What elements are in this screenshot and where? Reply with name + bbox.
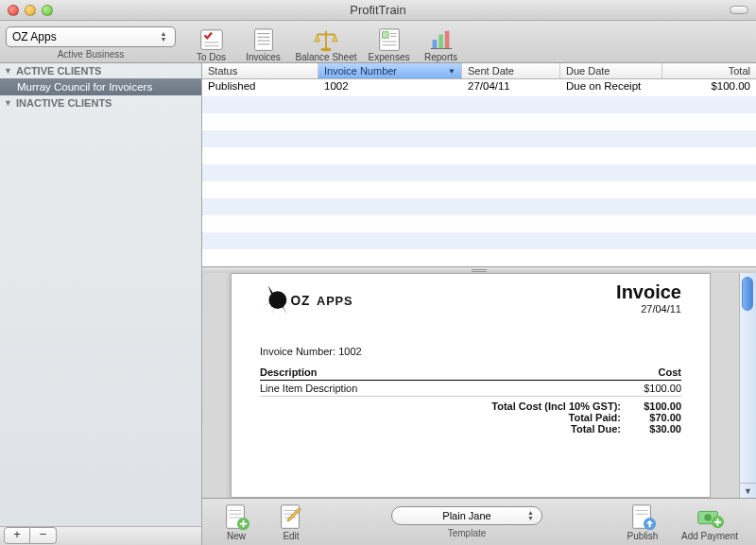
publish-icon [627, 502, 658, 531]
active-business-select[interactable]: OZ Apps ▲▼ [6, 26, 176, 47]
invoice-table: Status Invoice Number ▼ Sent Date Due Da… [202, 63, 756, 267]
expenses-icon [375, 27, 404, 52]
line-item-row: Line Item Description $100.00 [260, 381, 681, 397]
toolbar-toggle-button[interactable] [730, 6, 748, 14]
checklist-icon [198, 27, 226, 52]
svg-rect-3 [254, 29, 272, 51]
template-select-label: Template [448, 528, 487, 538]
active-business-value: OZ Apps [12, 30, 57, 43]
column-header-sent-date[interactable]: Sent Date [462, 63, 560, 78]
toolbar-reports-button[interactable]: Reports [415, 23, 467, 62]
invoice-preview-pane: OZ APPS Invoice 27/04/11 Invoice Number:… [202, 273, 756, 498]
sort-descending-icon: ▼ [448, 67, 455, 76]
line-item-header-cost: Cost [564, 365, 681, 381]
line-item-header-desc: Description [260, 365, 564, 381]
invoice-icon [249, 27, 278, 52]
active-business-label: Active Business [58, 49, 125, 60]
group-title: ACTIVE CLIENTS [16, 65, 101, 77]
invoice-action-bar: New Edit Plain Jane ▲▼ Template [202, 498, 756, 545]
svg-rect-17 [432, 40, 437, 48]
toolbar-btn-label: Reports [424, 52, 457, 62]
add-client-button[interactable]: + [4, 527, 30, 544]
add-payment-button[interactable]: Add Payment [673, 502, 747, 541]
toolbar-btn-label: To Dos [197, 52, 226, 62]
preview-vertical-scrollbar[interactable]: ▼ [739, 273, 756, 498]
svg-rect-19 [444, 31, 449, 49]
client-item[interactable]: Murray Council for Invoicers [0, 78, 201, 95]
barchart-icon [427, 27, 455, 52]
dropdown-caret-icon: ▲▼ [527, 510, 534, 521]
svg-rect-18 [438, 34, 443, 48]
title-bar: ProfitTrain [0, 0, 756, 21]
sidebar-group-active-clients[interactable]: ▼ ACTIVE CLIENTS [0, 63, 201, 78]
toolbar-todos-button[interactable]: To Dos [185, 23, 237, 62]
dropdown-caret-icon: ▲▼ [158, 30, 169, 43]
scroll-down-button[interactable]: ▼ [740, 483, 756, 498]
invoice-number-label: Invoice Number: 1002 [260, 346, 681, 357]
column-header-status[interactable]: Status [202, 63, 318, 78]
scrollbar-thumb[interactable] [742, 277, 753, 311]
template-select[interactable]: Plain Jane ▲▼ [391, 506, 542, 525]
toolbar-expenses-button[interactable]: Expenses [363, 23, 415, 62]
toolbar-btn-label: Invoices [246, 52, 281, 62]
invoice-title: Invoice [616, 281, 681, 303]
disclosure-triangle-icon: ▼ [4, 66, 13, 76]
window-title: ProfitTrain [350, 3, 405, 17]
new-invoice-button[interactable]: New [212, 502, 261, 541]
minimize-window-button[interactable] [25, 5, 36, 16]
svg-rect-12 [382, 32, 388, 39]
remove-client-button[interactable]: − [30, 527, 57, 544]
invoice-preview-page: OZ APPS Invoice 27/04/11 Invoice Number:… [231, 273, 711, 498]
edit-document-icon [276, 502, 306, 531]
svg-point-10 [320, 47, 331, 51]
toolbar-balance-sheet-button[interactable]: Balance Sheet [289, 23, 363, 62]
toolbar-invoices-button[interactable]: Invoices [237, 23, 289, 62]
toolbar-btn-label: Balance Sheet [295, 52, 356, 62]
svg-point-38 [704, 514, 712, 521]
svg-text:OZ: OZ [291, 294, 311, 308]
invoice-date: 27/04/11 [616, 303, 681, 315]
group-title: INACTIVE CLIENTS [16, 97, 112, 109]
company-logo: OZ APPS [260, 281, 373, 319]
scale-icon [312, 27, 340, 52]
publish-invoice-button[interactable]: Publish [618, 502, 667, 541]
add-payment-icon [695, 502, 725, 531]
column-header-invoice-number[interactable]: Invoice Number ▼ [318, 63, 462, 78]
column-header-total[interactable]: Total [662, 63, 756, 78]
zoom-window-button[interactable] [42, 5, 53, 16]
edit-invoice-button[interactable]: Edit [266, 502, 316, 541]
client-sidebar: ▼ ACTIVE CLIENTS Murray Council for Invo… [0, 63, 202, 545]
svg-text:APPS: APPS [317, 294, 352, 308]
sidebar-group-inactive-clients[interactable]: ▼ INACTIVE CLIENTS [0, 95, 201, 111]
table-row[interactable]: Published 1002 27/04/11 Due on Receipt $… [202, 79, 756, 96]
new-document-icon [221, 502, 251, 531]
disclosure-triangle-icon: ▼ [4, 98, 13, 108]
close-window-button[interactable] [8, 5, 19, 16]
column-header-due-date[interactable]: Due Date [560, 63, 662, 78]
toolbar: OZ Apps ▲▼ Active Business To Dos Invoic… [0, 21, 756, 63]
toolbar-btn-label: Expenses [369, 52, 410, 62]
